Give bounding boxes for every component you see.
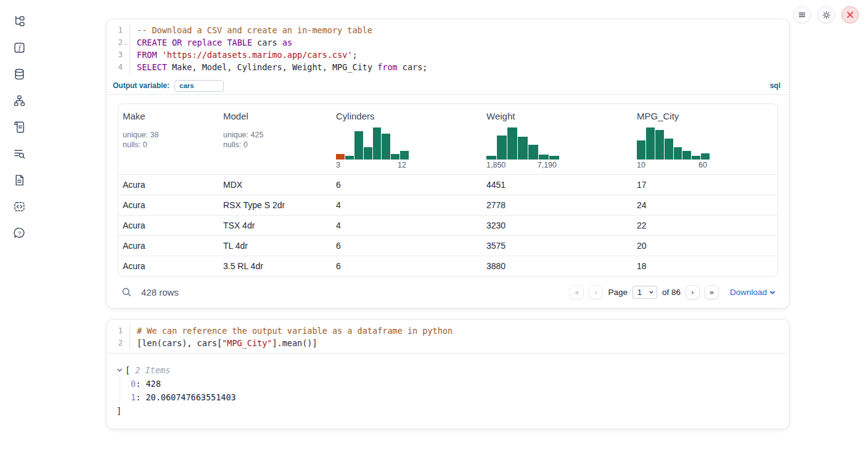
page-select[interactable]: 1 bbox=[633, 286, 657, 299]
fold-chevron-icon[interactable]: ⌄ bbox=[123, 36, 129, 49]
search-icon[interactable] bbox=[121, 287, 132, 297]
code-line: 2⌄CREATE OR replace TABLE cars as bbox=[107, 36, 789, 49]
sql-cell-footer: Output variable: sql bbox=[107, 77, 789, 95]
logs-icon[interactable] bbox=[10, 145, 28, 162]
line-number: 2 bbox=[107, 337, 130, 349]
code-token: from bbox=[377, 62, 398, 72]
python-cell-output: [2 Items0: 4281: 20.060747663551403] bbox=[107, 354, 789, 429]
table-cell: 17 bbox=[633, 180, 777, 190]
datasources-icon[interactable] bbox=[10, 65, 28, 83]
entry-key: 0 bbox=[131, 379, 136, 389]
table-cell: TSX 4dr bbox=[219, 220, 332, 230]
histogram-bar bbox=[354, 131, 363, 160]
column-histogram[interactable]: 1,8507,190 bbox=[486, 127, 559, 169]
table-cell: MDX bbox=[219, 180, 332, 190]
code-content: -- Download a CSV and create an in-memor… bbox=[130, 24, 372, 36]
scratchpad-icon[interactable] bbox=[10, 118, 28, 136]
histogram-max-label: 12 bbox=[398, 161, 406, 169]
histogram-min-label: 3 bbox=[336, 161, 340, 169]
code-content: # We can reference the output variable a… bbox=[130, 325, 452, 337]
column-stat: unique: 38 bbox=[123, 130, 214, 140]
table-row[interactable]: AcuraRSX Type S 2dr4277824 bbox=[118, 195, 777, 215]
histogram-bar bbox=[336, 154, 345, 160]
table-row[interactable]: AcuraTL 4dr6357520 bbox=[118, 235, 777, 256]
code-token: OR bbox=[172, 38, 182, 47]
help-icon[interactable]: ? bbox=[10, 224, 28, 241]
snippets-icon[interactable] bbox=[10, 198, 28, 215]
table-cell: 6 bbox=[332, 180, 482, 190]
column-header-weight[interactable]: Weight1,8507,190 bbox=[482, 111, 633, 169]
histogram-max-label: 7,190 bbox=[538, 161, 557, 169]
collapse-chevron-icon[interactable] bbox=[117, 367, 123, 373]
entry-value: 20.060747663551403 bbox=[145, 392, 235, 402]
column-header-cylinders[interactable]: Cylinders312 bbox=[332, 111, 482, 169]
histogram-bar bbox=[665, 139, 673, 160]
column-header-mpg_city[interactable]: MPG_City1060 bbox=[633, 111, 777, 169]
line-number-text: 1 bbox=[118, 24, 123, 36]
code-token: "MPG_City" bbox=[222, 338, 272, 348]
table-cell: 6 bbox=[332, 261, 482, 271]
code-token: SELECT bbox=[137, 62, 167, 72]
column-header-model[interactable]: Modelunique: 425nulls: 0 bbox=[219, 111, 332, 169]
code-token: CREATE bbox=[137, 38, 167, 47]
variables-icon[interactable]: f bbox=[10, 39, 28, 56]
code-token bbox=[167, 38, 172, 47]
histogram-bars bbox=[336, 127, 409, 160]
histogram-axis-labels: 312 bbox=[336, 161, 409, 169]
column-histogram[interactable]: 1060 bbox=[637, 127, 710, 169]
output-variable-label: Output variable: bbox=[113, 81, 170, 90]
code-line: 4SELECT Make, Model, Cylinders, Weight, … bbox=[107, 61, 789, 73]
dependency-graph-icon[interactable] bbox=[10, 92, 28, 109]
file-explorer-icon[interactable] bbox=[10, 12, 28, 30]
table-cell: 18 bbox=[633, 261, 777, 271]
histogram-bar bbox=[674, 147, 682, 160]
tree-root-line[interactable]: [2 Items bbox=[117, 363, 780, 377]
output-variable-input[interactable] bbox=[174, 80, 224, 92]
code-token: -- Download a CSV and create an in-memor… bbox=[137, 25, 372, 35]
line-number: 3 bbox=[107, 49, 130, 61]
hamburger-icon bbox=[798, 10, 806, 19]
python-code-editor[interactable]: 1# We can reference the output variable … bbox=[107, 320, 789, 354]
column-histogram[interactable]: 312 bbox=[336, 127, 409, 169]
first-page-button[interactable]: « bbox=[570, 285, 584, 299]
table-header: Makeunique: 38nulls: 0Modelunique: 425nu… bbox=[118, 104, 777, 174]
download-button[interactable]: Download bbox=[730, 288, 776, 297]
table-row[interactable]: Acura3.5 RL 4dr6388018 bbox=[118, 256, 777, 276]
documentation-icon[interactable] bbox=[10, 171, 28, 188]
histogram-bars bbox=[637, 127, 710, 160]
histogram-bar bbox=[391, 154, 399, 160]
table-body: AcuraMDX6445117AcuraRSX Type S 2dr427782… bbox=[118, 174, 777, 276]
page-of-label: of 86 bbox=[662, 288, 681, 297]
histogram-min-label: 10 bbox=[637, 161, 645, 169]
table-cell: 3880 bbox=[482, 261, 633, 271]
histogram-bar bbox=[701, 153, 710, 160]
table-cell: 4451 bbox=[482, 180, 633, 190]
menu-button[interactable] bbox=[793, 6, 811, 23]
sql-code-editor[interactable]: 1-- Download a CSV and create an in-memo… bbox=[107, 19, 789, 77]
histogram-axis-labels: 1,8507,190 bbox=[486, 161, 559, 169]
column-header-make[interactable]: Makeunique: 38nulls: 0 bbox=[118, 111, 219, 169]
svg-text:f: f bbox=[18, 44, 21, 52]
table-cell: RSX Type S 2dr bbox=[219, 200, 332, 210]
left-sidebar: f ? bbox=[5, 12, 33, 241]
sql-cell-output: Makeunique: 38nulls: 0Modelunique: 425nu… bbox=[107, 95, 789, 308]
settings-button[interactable] bbox=[817, 6, 835, 23]
histogram-min-label: 1,850 bbox=[486, 161, 506, 169]
histogram-bar bbox=[400, 151, 409, 160]
next-page-button[interactable]: › bbox=[686, 285, 700, 299]
column-stat: nulls: 0 bbox=[223, 140, 327, 150]
prev-page-button[interactable]: ‹ bbox=[589, 285, 603, 299]
open-bracket: [ bbox=[125, 363, 130, 377]
line-number-text: 4 bbox=[118, 61, 123, 73]
close-button[interactable] bbox=[841, 6, 859, 23]
code-content: FROM 'https://datasets.marimo.app/cars.c… bbox=[130, 49, 358, 61]
histogram-bar bbox=[637, 140, 645, 160]
histogram-bar bbox=[373, 127, 382, 160]
download-label: Download bbox=[730, 288, 767, 297]
last-page-button[interactable]: » bbox=[705, 285, 719, 299]
code-token: TABLE bbox=[227, 38, 252, 47]
table-cell: 22 bbox=[633, 220, 777, 230]
table-row[interactable]: AcuraTSX 4dr4323022 bbox=[118, 215, 777, 235]
line-number-text: 2 bbox=[118, 36, 123, 49]
table-row[interactable]: AcuraMDX6445117 bbox=[118, 174, 777, 195]
